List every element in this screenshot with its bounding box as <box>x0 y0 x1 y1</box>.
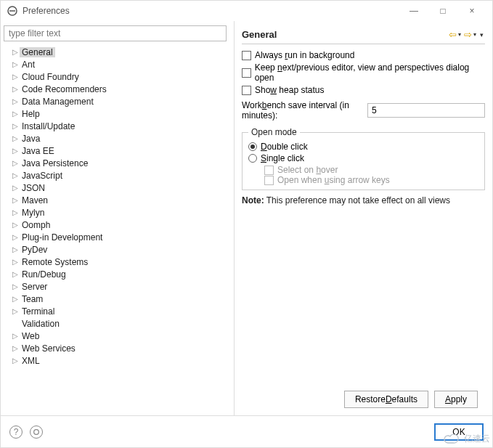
tree-item-label: Web Services <box>20 343 78 354</box>
tree-item[interactable]: ▷Java <box>5 132 231 144</box>
help-icon[interactable]: ? <box>9 425 23 439</box>
tree-item[interactable]: ▷Terminal <box>5 305 231 317</box>
expand-icon[interactable]: ▷ <box>11 48 20 56</box>
expand-icon[interactable]: ▷ <box>11 85 20 93</box>
expand-icon[interactable]: ▷ <box>11 208 20 216</box>
tree-item[interactable]: ▷Web Services <box>5 342 231 354</box>
tree-item-label: Java <box>20 134 42 144</box>
tree-item-label: XML <box>20 356 42 366</box>
tree-item-label: Code Recommenders <box>20 84 109 94</box>
show-heap-checkbox[interactable]: Show heap status <box>242 85 485 95</box>
tree-item-label: Mylyn <box>20 208 46 218</box>
expand-icon[interactable]: ▷ <box>11 221 20 229</box>
restore-defaults-button[interactable]: Restore Defaults <box>344 391 428 408</box>
ok-button[interactable]: OK <box>434 423 484 441</box>
expand-icon[interactable]: ▷ <box>11 73 20 81</box>
close-button[interactable]: × <box>457 1 486 21</box>
tree-item[interactable]: ▷Run/Debug <box>5 268 231 280</box>
expand-icon[interactable]: ▷ <box>11 134 20 142</box>
tree-item-label: Maven <box>20 195 50 205</box>
expand-icon[interactable]: ▷ <box>11 97 20 105</box>
single-click-radio[interactable]: Single click <box>248 153 478 163</box>
tree-item-label: Run/Debug <box>20 269 68 280</box>
forward-menu-icon[interactable]: ▾ <box>473 31 478 38</box>
svg-point-1 <box>34 429 39 434</box>
tree-item[interactable]: ▷Java EE <box>5 144 231 157</box>
tree-item[interactable]: ▷PyDev <box>5 243 231 256</box>
tree-item-label: JSON <box>20 183 47 193</box>
expand-icon[interactable]: ▷ <box>11 282 20 290</box>
tree-item[interactable]: ▷JSON <box>5 182 231 194</box>
filter-input[interactable] <box>4 25 227 41</box>
preference-page: General ⇦ ▾ ⇨ ▾ ▾ Always run in backgrou… <box>235 21 492 415</box>
view-menu-icon[interactable]: ▾ <box>478 31 485 38</box>
expand-icon[interactable]: ▷ <box>11 344 20 352</box>
checkbox-icon <box>264 176 274 185</box>
back-icon[interactable]: ⇦ <box>448 29 457 40</box>
checkbox-icon <box>264 166 274 175</box>
radio-icon <box>248 154 257 163</box>
maximize-button[interactable]: □ <box>428 1 457 21</box>
tree-item-label: Ant <box>20 60 37 70</box>
tree-item[interactable]: ▷Help <box>5 107 231 120</box>
tree-item[interactable]: ▷Oomph <box>5 219 231 231</box>
expand-icon[interactable]: ▷ <box>11 332 20 340</box>
tree-item[interactable]: ▷Data Management <box>5 95 231 107</box>
tree-item[interactable]: ▷Install/Update <box>5 120 231 132</box>
expand-icon[interactable]: ▷ <box>11 295 20 303</box>
tree-item-label: Plug-in Development <box>20 232 105 243</box>
tree-item[interactable]: ▷Cloud Foundry <box>5 70 231 83</box>
expand-icon[interactable]: ▷ <box>11 357 20 364</box>
interval-input[interactable] <box>367 103 485 118</box>
run-in-background-checkbox[interactable]: Always run in background <box>242 50 485 60</box>
expand-icon[interactable]: ▷ <box>11 245 20 253</box>
tree-item-label: General <box>20 47 55 57</box>
tree-item-label: Team <box>20 294 45 304</box>
tree-item[interactable]: ▷Remote Systems <box>5 256 231 268</box>
tree-item[interactable]: ▷Web <box>5 330 231 342</box>
expand-icon[interactable]: ▷ <box>11 270 20 278</box>
tree-item[interactable]: ▷Maven <box>5 194 231 206</box>
expand-icon[interactable]: ▷ <box>11 147 20 155</box>
tree-item[interactable]: ▷Validation <box>5 317 231 330</box>
back-menu-icon[interactable]: ▾ <box>457 31 463 38</box>
expand-icon[interactable]: ▷ <box>11 233 20 241</box>
tree-item-label: Cloud Foundry <box>20 72 81 82</box>
expand-icon[interactable]: ▷ <box>11 196 20 204</box>
double-click-radio[interactable]: Double click <box>248 142 478 152</box>
expand-icon[interactable]: ▷ <box>11 307 20 315</box>
tree-item[interactable]: ▷Server <box>5 280 231 293</box>
tree-item-label: Install/Update <box>20 121 77 131</box>
tree-item[interactable]: ▷JavaScript <box>5 169 231 182</box>
checkbox-icon <box>242 51 251 60</box>
preference-tree[interactable]: ▷General▷Ant▷Cloud Foundry▷Code Recommen… <box>4 44 231 412</box>
expand-icon[interactable]: ▷ <box>11 60 20 68</box>
expand-icon[interactable]: ▷ <box>11 159 20 167</box>
tree-item[interactable]: ▷General <box>5 46 231 58</box>
oomph-icon[interactable] <box>30 425 43 439</box>
tree-item[interactable]: ▷Team <box>5 293 231 305</box>
keep-dialog-open-checkbox[interactable]: Keep next/previous editor, view and pers… <box>242 62 485 83</box>
tree-item-label: Help <box>20 109 42 119</box>
tree-item-label: Oomph <box>20 220 52 230</box>
expand-icon[interactable]: ▷ <box>11 171 20 179</box>
tree-item[interactable]: ▷Java Persistence <box>5 157 231 169</box>
expand-icon[interactable]: ▷ <box>11 184 20 192</box>
tree-item-label: Data Management <box>20 97 96 107</box>
open-mode-group: Open mode Double click Single click Sele… <box>242 127 485 190</box>
tree-item[interactable]: ▷XML <box>5 354 231 367</box>
minimize-button[interactable]: — <box>399 1 428 21</box>
apply-button[interactable]: Apply <box>434 391 478 408</box>
expand-icon[interactable]: ▷ <box>11 122 20 130</box>
sidebar: ▷General▷Ant▷Cloud Foundry▷Code Recommen… <box>1 21 235 415</box>
tree-item[interactable]: ▷Ant <box>5 58 231 70</box>
tree-item[interactable]: ▷Code Recommenders <box>5 83 231 95</box>
dialog-footer: ? OK <box>1 415 492 447</box>
expand-icon[interactable]: ▷ <box>11 258 20 266</box>
tree-item[interactable]: ▷Plug-in Development <box>5 231 231 243</box>
expand-icon[interactable]: ▷ <box>11 110 20 118</box>
radio-icon <box>248 142 257 151</box>
forward-icon[interactable]: ⇨ <box>463 29 473 40</box>
tree-item[interactable]: ▷Mylyn <box>5 206 231 219</box>
open-arrow-keys-checkbox: Open when using arrow keys <box>264 175 478 185</box>
